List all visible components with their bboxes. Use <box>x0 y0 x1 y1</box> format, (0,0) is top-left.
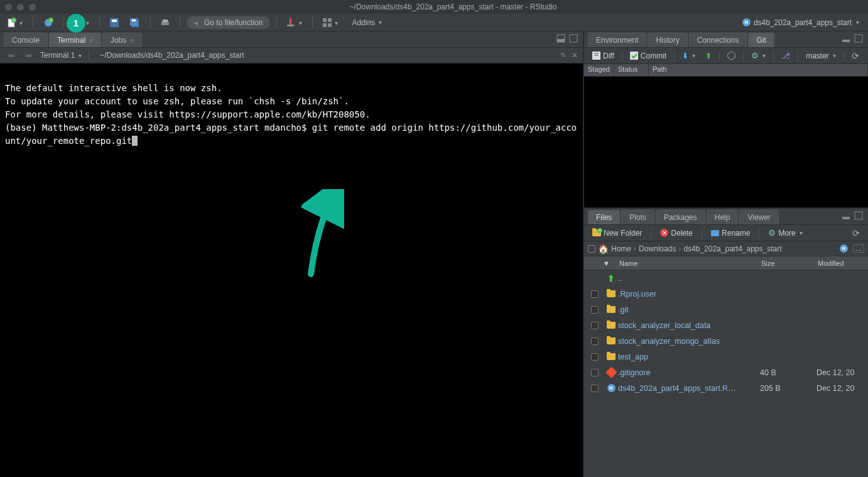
annotation-badge-1: 1 <box>67 14 85 33</box>
row-checkbox[interactable] <box>591 290 599 298</box>
close-terminal-icon[interactable]: ✕ <box>572 51 578 60</box>
file-name[interactable]: .. <box>618 274 760 283</box>
more-path-button[interactable]: … <box>853 244 864 253</box>
minimize-pane-icon[interactable] <box>842 211 850 220</box>
breadcrumb-home[interactable]: Home <box>611 244 631 253</box>
header-size[interactable]: Size <box>761 260 818 267</box>
minimize-pane-icon[interactable] <box>842 34 850 43</box>
forward-arrow-icon[interactable]: ➡ <box>23 50 35 60</box>
breadcrumb-project[interactable]: ds4b_202a_part4_apps_start <box>683 244 781 253</box>
new-folder-button[interactable]: + New Folder <box>588 228 646 239</box>
git-diff-button[interactable]: Diff <box>588 50 619 62</box>
select-all-checkbox[interactable] <box>588 245 595 253</box>
tab-jobs[interactable]: Jobs× <box>102 33 142 47</box>
row-checkbox[interactable] <box>591 385 599 392</box>
close-window-icon[interactable] <box>5 4 12 11</box>
file-row[interactable]: .git <box>584 302 868 317</box>
header-name[interactable]: Name <box>617 260 761 267</box>
svg-rect-22 <box>842 40 850 42</box>
maximize-window-icon[interactable] <box>29 4 36 11</box>
git-pull-button[interactable]: ⬇ <box>678 50 700 62</box>
refresh-files-button[interactable]: ⟳ <box>848 227 864 239</box>
file-row[interactable]: stock_analyzer_mongo_atlas <box>584 333 868 349</box>
file-row[interactable]: ⬆.. <box>584 270 868 286</box>
git-branch-icon[interactable]: ⎇ <box>777 50 795 62</box>
save-all-button[interactable] <box>126 16 144 29</box>
git-history-icon[interactable] <box>723 50 740 61</box>
traffic-lights <box>5 4 36 11</box>
file-name[interactable]: ds4b_202a_part4_apps_start.R… <box>618 384 760 393</box>
sort-indicator-icon[interactable]: ▼ <box>603 260 617 267</box>
tab-history[interactable]: History <box>648 33 687 47</box>
svg-rect-29 <box>855 212 862 219</box>
home-icon[interactable]: 🏠 <box>598 244 609 254</box>
open-file-button[interactable]: 1 <box>70 16 93 29</box>
git-branch-selector[interactable]: master <box>801 50 840 62</box>
terminal-selector[interactable]: Terminal 1 <box>40 51 82 60</box>
close-icon[interactable]: × <box>89 36 92 44</box>
goto-placeholder: Go to file/function <box>204 18 263 27</box>
back-arrow-icon[interactable]: ⬅ <box>5 50 18 60</box>
breadcrumb-downloads[interactable]: Downloads <box>639 244 676 253</box>
row-checkbox[interactable] <box>591 369 599 376</box>
rproject-icon[interactable]: R <box>840 244 848 253</box>
row-checkbox[interactable] <box>591 322 599 329</box>
row-checkbox[interactable] <box>591 353 599 361</box>
git-push-button[interactable]: ⬆ <box>701 50 716 62</box>
file-name[interactable]: .gitignore <box>618 368 760 377</box>
tab-viewer[interactable]: Viewer <box>739 210 778 224</box>
more-button[interactable]: ⚙ More <box>764 227 806 239</box>
addins-menu[interactable]: Addins <box>345 16 388 29</box>
row-checkbox[interactable] <box>591 306 599 314</box>
tab-environment[interactable]: Environment <box>588 33 646 47</box>
file-name[interactable]: test_app <box>618 353 760 361</box>
tab-help[interactable]: Help <box>707 210 739 224</box>
clear-terminal-icon[interactable]: ✎ <box>560 51 567 60</box>
file-row[interactable]: stock_analyzer_local_data <box>584 317 868 333</box>
rename-button[interactable]: Rename <box>707 228 754 239</box>
file-name[interactable]: .git <box>618 305 760 314</box>
file-row[interactable]: Rds4b_202a_part4_apps_start.R…205 BDec 1… <box>584 380 868 396</box>
maximize-pane-icon[interactable] <box>569 34 578 43</box>
git-commit-button[interactable]: Commit <box>626 50 671 62</box>
print-button[interactable] <box>157 16 173 29</box>
svg-rect-7 <box>112 19 117 22</box>
annotation-arrow <box>301 189 345 283</box>
file-list-header: ▼ Name Size Modified <box>584 256 868 270</box>
delete-button[interactable]: ✕ Delete <box>656 228 697 239</box>
maximize-pane-icon[interactable] <box>854 34 863 43</box>
file-modified: Dec 12, 20 <box>816 368 867 377</box>
file-name[interactable]: stock_analyzer_local_data <box>618 321 760 330</box>
file-name[interactable]: .Rproj.user <box>618 290 760 299</box>
minimize-window-icon[interactable] <box>17 4 24 11</box>
new-file-button[interactable]: + <box>4 16 26 30</box>
tab-files[interactable]: Files <box>588 210 620 224</box>
close-icon[interactable]: × <box>129 36 133 44</box>
row-checkbox[interactable] <box>591 337 599 345</box>
project-menu[interactable]: R ds4b_202a_part4_apps_start <box>737 18 864 27</box>
tab-console[interactable]: Console <box>4 33 48 47</box>
file-row[interactable]: .Rproj.user <box>584 286 868 302</box>
file-name[interactable]: stock_analyzer_mongo_atlas <box>618 337 760 346</box>
git-refresh-button[interactable]: ⟳ <box>847 50 864 62</box>
svg-rect-9 <box>130 18 138 26</box>
tab-git[interactable]: Git <box>748 33 774 47</box>
save-button[interactable] <box>106 16 122 29</box>
files-toolbar: + New Folder ✕ Delete Rename ⚙ More <box>584 225 868 241</box>
git-more-button[interactable]: ⚙ <box>747 50 770 62</box>
tab-connections[interactable]: Connections <box>689 33 747 47</box>
grid-button[interactable] <box>319 16 342 29</box>
new-project-button[interactable]: + <box>40 16 57 30</box>
goto-file-function-input[interactable]: ➜ Go to file/function <box>187 16 270 29</box>
tab-terminal[interactable]: Terminal× <box>49 33 101 47</box>
terminal-output[interactable]: The default interactive shell is now zsh… <box>0 63 583 477</box>
file-row[interactable]: .gitignore40 BDec 12, 20 <box>584 365 868 380</box>
maximize-pane-icon[interactable] <box>854 211 863 220</box>
tab-packages[interactable]: Packages <box>656 210 705 224</box>
minimize-pane-icon[interactable] <box>556 34 565 43</box>
file-row[interactable]: test_app <box>584 349 868 365</box>
header-modified[interactable]: Modified <box>818 260 868 267</box>
tools-button[interactable] <box>283 16 306 29</box>
svg-rect-12 <box>163 19 168 22</box>
tab-plots[interactable]: Plots <box>621 210 654 224</box>
